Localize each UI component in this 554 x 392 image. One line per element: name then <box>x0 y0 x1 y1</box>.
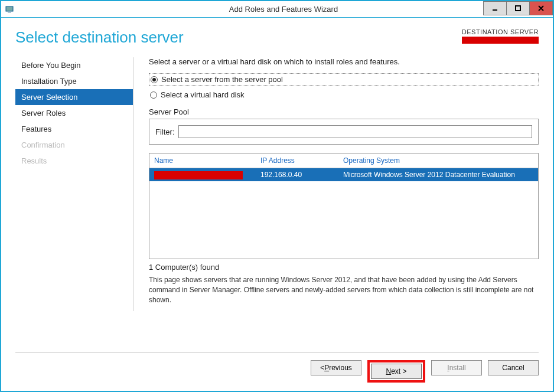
nav-before-you-begin[interactable]: Before You Begin <box>15 57 133 73</box>
window-buttons <box>484 1 553 17</box>
nav-server-roles[interactable]: Server Roles <box>15 105 133 121</box>
header-row: Select destination server DESTINATION SE… <box>15 28 539 47</box>
footer-buttons: < Previous Next > Install Cancel <box>15 352 539 383</box>
page-title: Select destination server <box>15 28 184 47</box>
note-text: This page shows servers that are running… <box>149 275 539 305</box>
maximize-button[interactable] <box>506 1 530 15</box>
server-pool-label: Server Pool <box>149 107 539 116</box>
wizard-nav: Before You Begin Installation Type Serve… <box>15 57 133 311</box>
titlebar: Add Roles and Features Wizard <box>1 1 553 18</box>
nav-installation-type[interactable]: Installation Type <box>15 73 133 89</box>
window-title: Add Roles and Features Wizard <box>14 5 553 14</box>
minimize-button[interactable] <box>483 1 507 15</box>
server-row[interactable]: 192.168.0.40 Microsoft Windows Server 20… <box>149 168 538 181</box>
main-panel: Select a server or a virtual hard disk o… <box>133 57 539 311</box>
server-ip-cell: 192.168.0.40 <box>256 169 338 181</box>
filter-label: Filter: <box>155 128 175 136</box>
next-button[interactable]: Next > <box>371 364 422 379</box>
server-name-redacted <box>154 171 243 179</box>
cancel-button[interactable]: Cancel <box>488 360 539 375</box>
server-grid: Name IP Address Operating System 192.168… <box>149 153 539 259</box>
instruction-text: Select a server or a virtual hard disk o… <box>149 57 539 66</box>
server-name-cell <box>149 168 256 182</box>
grid-header: Name IP Address Operating System <box>149 153 538 168</box>
col-header-name[interactable]: Name <box>149 153 256 168</box>
svg-rect-1 <box>8 12 11 12</box>
previous-button[interactable]: < Previous <box>311 360 361 375</box>
nav-confirmation: Confirmation <box>15 137 133 153</box>
destination-server-label: DESTINATION SERVER <box>462 28 539 35</box>
install-button: Install <box>431 360 482 375</box>
filter-input[interactable] <box>178 125 533 138</box>
radio-dot-icon <box>150 92 157 99</box>
body-row: Before You Begin Installation Type Serve… <box>15 57 539 311</box>
server-pool-box: Filter: <box>149 119 539 145</box>
radio-server-pool-label: Select a server from the server pool <box>161 75 283 84</box>
nav-results: Results <box>15 153 133 169</box>
svg-rect-3 <box>516 6 520 11</box>
computers-found-text: 1 Computer(s) found <box>149 263 539 272</box>
app-icon <box>5 5 14 14</box>
server-os-cell: Microsoft Windows Server 2012 Datacenter… <box>338 169 538 181</box>
col-header-ip[interactable]: IP Address <box>256 153 338 168</box>
nav-server-selection[interactable]: Server Selection <box>15 89 133 105</box>
client-area: Select destination server DESTINATION SE… <box>1 18 553 391</box>
destination-server-box: DESTINATION SERVER <box>462 28 539 45</box>
wizard-window: Add Roles and Features Wizard Select des… <box>0 0 554 392</box>
svg-rect-0 <box>6 6 13 11</box>
radio-dot-icon <box>151 76 158 83</box>
filter-row: Filter: <box>155 125 532 138</box>
next-button-highlight: Next > <box>367 360 425 383</box>
destination-server-name-redacted <box>462 37 539 44</box>
col-header-os[interactable]: Operating System <box>338 153 538 168</box>
nav-features[interactable]: Features <box>15 121 133 137</box>
radio-server-pool[interactable]: Select a server from the server pool <box>149 73 539 86</box>
radio-vhd-label: Select a virtual hard disk <box>161 90 245 99</box>
radio-virtual-hard-disk[interactable]: Select a virtual hard disk <box>149 89 539 100</box>
close-button[interactable] <box>529 1 553 15</box>
